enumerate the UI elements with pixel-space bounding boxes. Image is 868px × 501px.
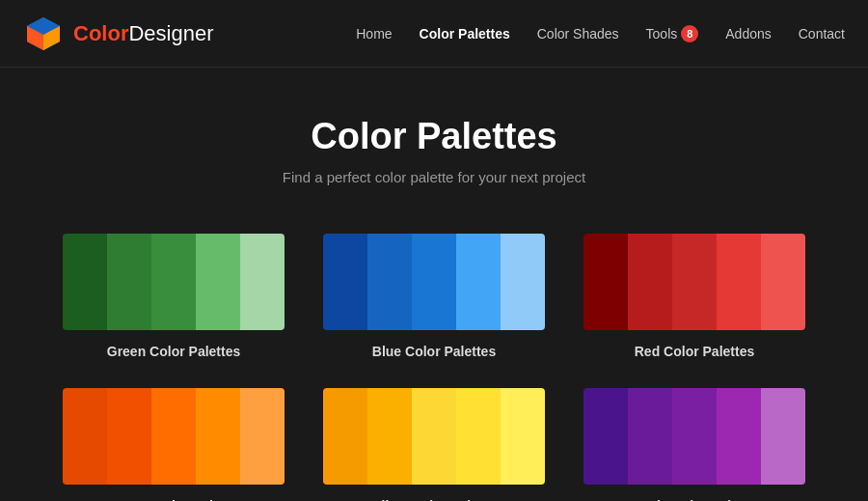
swatch-segment [412, 388, 456, 485]
swatch-segment [717, 234, 761, 330]
palette-swatch-green [63, 234, 285, 330]
swatch-segment [196, 234, 240, 330]
palette-swatch-orange [63, 388, 285, 485]
swatch-segment [196, 388, 240, 485]
palette-card-orange[interactable]: Orange Color Palettes [63, 388, 285, 501]
palette-swatch-red [583, 234, 805, 330]
page-header: Color Palettes Find a perfect color pale… [58, 116, 810, 185]
main-nav: Home Color Palettes Color Shades Tools 8… [356, 25, 845, 42]
swatch-segment [501, 234, 545, 330]
swatch-segment [367, 388, 412, 485]
swatch-segment [761, 388, 805, 485]
swatch-segment [107, 388, 151, 485]
nav-tools[interactable]: Tools 8 [646, 25, 699, 42]
palette-swatch-yellow [323, 388, 545, 485]
swatch-segment [63, 234, 107, 330]
palette-card-blue[interactable]: Blue Color Palettes [323, 234, 545, 359]
swatch-segment [63, 388, 107, 485]
swatch-segment [107, 234, 151, 330]
nav-addons[interactable]: Addons [725, 26, 771, 42]
palette-label-blue: Blue Color Palettes [372, 344, 496, 359]
swatch-segment [151, 234, 196, 330]
nav-home[interactable]: Home [356, 26, 392, 42]
logo[interactable]: ColorDesigner [23, 14, 214, 54]
swatch-segment [323, 234, 367, 330]
logo-text: ColorDesigner [73, 21, 214, 46]
swatch-segment [583, 388, 628, 485]
swatch-segment [501, 388, 545, 485]
palette-card-yellow[interactable]: Yellow Color Palettes [323, 388, 545, 501]
swatch-segment [412, 234, 456, 330]
nav-contact[interactable]: Contact [799, 26, 845, 42]
logo-icon [23, 14, 64, 54]
nav-color-palettes[interactable]: Color Palettes [420, 26, 510, 42]
palette-card-purple[interactable]: Purple Color Palettes [583, 388, 805, 501]
swatch-segment [628, 234, 672, 330]
swatch-segment [240, 234, 285, 330]
swatch-segment [367, 234, 412, 330]
palette-grid: Green Color PalettesBlue Color PalettesR… [58, 234, 810, 501]
palette-row-1: Green Color PalettesBlue Color PalettesR… [58, 234, 810, 359]
app-header: ColorDesigner Home Color Palettes Color … [0, 0, 868, 68]
palette-swatch-purple [583, 388, 805, 485]
palette-row-2: Orange Color PalettesYellow Color Palett… [58, 388, 810, 501]
swatch-segment [240, 388, 285, 485]
palette-swatch-blue [323, 234, 545, 330]
palette-label-green: Green Color Palettes [107, 344, 241, 359]
page-title: Color Palettes [58, 116, 810, 157]
palette-label-red: Red Color Palettes [635, 344, 754, 359]
swatch-segment [717, 388, 761, 485]
palette-card-red[interactable]: Red Color Palettes [583, 234, 805, 359]
swatch-segment [151, 388, 196, 485]
swatch-segment [456, 234, 501, 330]
swatch-segment [761, 234, 805, 330]
swatch-segment [628, 388, 672, 485]
palette-card-green[interactable]: Green Color Palettes [63, 234, 285, 359]
page-subtitle: Find a perfect color palette for your ne… [58, 169, 810, 185]
swatch-segment [672, 234, 717, 330]
nav-color-shades[interactable]: Color Shades [537, 26, 619, 42]
swatch-segment [583, 234, 628, 330]
tools-badge: 8 [681, 25, 698, 42]
main-content: Color Palettes Find a perfect color pale… [0, 68, 868, 501]
swatch-segment [672, 388, 717, 485]
swatch-segment [323, 388, 367, 485]
swatch-segment [456, 388, 501, 485]
